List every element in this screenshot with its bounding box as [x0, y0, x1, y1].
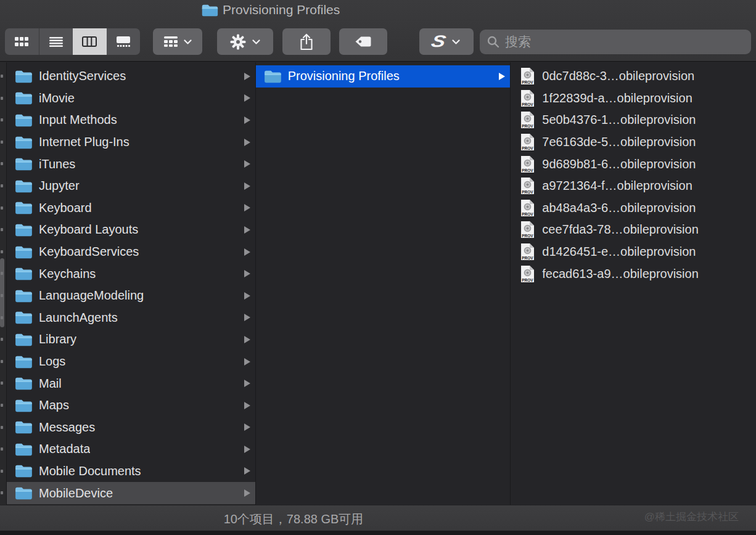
clipped-arrow-fragment	[1, 404, 3, 407]
file-row-label: 1f22839d-a…obileprovision	[542, 91, 692, 105]
folder-row-label: iTunes	[39, 157, 75, 171]
clipped-arrow-fragment	[1, 360, 3, 363]
folder-row[interactable]: iTunes	[7, 153, 255, 175]
folder-icon	[14, 420, 33, 435]
folder-row[interactable]: Mobile Documents	[7, 460, 255, 483]
folder-row[interactable]: Input Methods	[7, 109, 255, 131]
file-row[interactable]: PROV 9d689b81-6…obileprovision	[511, 153, 756, 175]
folder-row-label: Input Methods	[39, 113, 117, 127]
list-view-icon	[49, 37, 63, 47]
folder-row[interactable]: Keychains	[7, 263, 255, 285]
disclosure-arrow-icon	[244, 139, 250, 146]
folder-row[interactable]: LanguageModeling	[7, 285, 255, 307]
folder-row[interactable]: Mail	[7, 372, 255, 394]
folder-row[interactable]: Logs	[7, 351, 255, 373]
file-row[interactable]: PROV fecad613-a9…obileprovision	[511, 263, 756, 285]
provision-file-icon: PROV	[520, 67, 535, 85]
disclosure-arrow-icon	[244, 270, 250, 277]
tag-icon	[355, 36, 372, 47]
file-row[interactable]: PROV d1426451-e…obileprovision	[511, 241, 756, 263]
provision-file-icon: PROV	[520, 89, 535, 107]
folder-row[interactable]: Internet Plug-Ins	[7, 131, 255, 153]
file-row-label: 9d689b81-6…obileprovision	[542, 157, 696, 171]
folder-row[interactable]: Provisioning Profiles	[256, 65, 511, 88]
file-row[interactable]: PROV 0dc7d88c-3…obileprovision	[511, 65, 756, 88]
folder-row-label: Metadata	[39, 442, 90, 456]
file-row[interactable]: PROV a9721364-f…obileprovision	[511, 175, 756, 197]
svg-text:PROV: PROV	[522, 168, 534, 172]
svg-text:PROV: PROV	[522, 124, 534, 128]
folder-row[interactable]: LaunchAgents	[7, 307, 255, 329]
group-by-icon	[164, 36, 178, 47]
file-row-label: ab48a4a3-6…obileprovision	[542, 201, 696, 215]
clipped-arrow-fragment	[1, 97, 3, 100]
finder-window: Provisioning Profiles	[0, 0, 756, 535]
folder-row[interactable]: IdentityServices	[7, 65, 255, 88]
folder-icon	[14, 69, 33, 84]
provision-file-icon: PROV	[520, 199, 535, 217]
folder-row-label: Internet Plug-Ins	[39, 135, 129, 149]
provision-file-icon: PROV	[520, 133, 535, 151]
action-button[interactable]	[217, 28, 273, 55]
folder-row[interactable]: Keyboard Layouts	[7, 219, 255, 241]
s-app-button[interactable]: S	[419, 28, 474, 55]
file-row[interactable]: PROV 1f22839d-a…obileprovision	[511, 88, 756, 110]
disclosure-arrow-icon	[244, 489, 250, 497]
clipped-arrow-fragment	[1, 426, 3, 429]
folder-row-label: LaunchAgents	[39, 311, 118, 325]
folder-row[interactable]: MobileDevice	[7, 482, 255, 504]
status-bar: 10个项目，78.88 GB可用 @稀土掘金技术社区	[0, 505, 756, 531]
folder-row[interactable]: Library	[7, 329, 255, 351]
gallery-view-button[interactable]	[107, 28, 141, 55]
file-row-label: 5e0b4376-1…obileprovision	[542, 113, 696, 127]
clipped-arrow-fragment	[1, 470, 3, 473]
folder-icon	[14, 266, 33, 281]
folder-row[interactable]: iMovie	[7, 88, 255, 110]
file-row-label: cee7fda3-78…obileprovision	[542, 223, 699, 237]
file-row[interactable]: PROV 7e6163de-5…obileprovision	[511, 131, 756, 153]
watermark: @稀土掘金技术社区	[644, 510, 739, 524]
status-text: 10个项目，78.88 GB可用	[0, 511, 587, 528]
folder-icon	[14, 332, 33, 347]
folder-row[interactable]: KeyboardServices	[7, 241, 255, 263]
file-row[interactable]: PROV ab48a4a3-6…obileprovision	[511, 197, 756, 219]
s-app-icon: S	[430, 33, 448, 50]
column-browser: IdentityServices iMovie Input Methods In…	[0, 62, 756, 505]
search-input[interactable]	[505, 35, 744, 49]
file-row[interactable]: PROV 5e0b4376-1…obileprovision	[511, 109, 756, 131]
disclosure-arrow-icon	[244, 160, 250, 168]
provision-file-icon: PROV	[520, 265, 535, 283]
tag-button[interactable]	[339, 28, 387, 55]
svg-text:PROV: PROV	[522, 146, 534, 150]
provision-file-icon: PROV	[520, 155, 535, 173]
chevron-down-icon	[184, 39, 192, 44]
title-bar: Provisioning Profiles	[0, 0, 756, 22]
file-row[interactable]: PROV cee7fda3-78…obileprovision	[511, 219, 756, 241]
folder-row-label: Keychains	[39, 267, 96, 281]
group-by-button[interactable]	[153, 28, 202, 55]
file-row-label: 0dc7d88c-3…obileprovision	[542, 69, 694, 83]
share-button[interactable]	[282, 28, 331, 55]
column-view-button[interactable]	[73, 28, 107, 55]
folder-row[interactable]: Messages	[7, 417, 255, 439]
folder-icon	[14, 223, 33, 237]
folder-row-label: Mobile Documents	[39, 464, 141, 478]
folder-row[interactable]: Metadata	[7, 438, 255, 460]
svg-text:PROV: PROV	[522, 234, 534, 238]
search-field[interactable]	[480, 30, 751, 54]
folder-row[interactable]: Maps	[7, 394, 255, 417]
window-title: Provisioning Profiles	[223, 2, 340, 17]
folder-icon	[14, 464, 33, 478]
gear-icon	[230, 34, 246, 50]
list-view-button[interactable]	[39, 28, 73, 55]
folder-icon	[14, 245, 33, 259]
folder-row[interactable]: Keyboard	[7, 197, 255, 219]
clipped-arrow-fragment	[1, 184, 3, 187]
clipped-arrow-fragment	[1, 118, 3, 121]
disclosure-arrow-icon	[244, 402, 250, 409]
search-icon	[487, 36, 499, 48]
folder-row[interactable]: Jupyter	[7, 175, 255, 197]
svg-text:PROV: PROV	[522, 211, 534, 216]
icon-view-button[interactable]	[5, 28, 39, 55]
folder-icon	[14, 157, 33, 171]
